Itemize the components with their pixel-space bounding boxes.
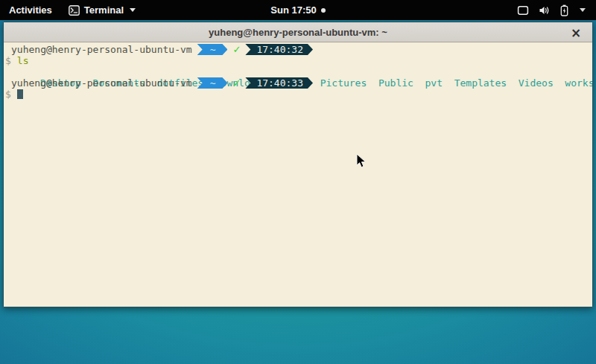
prompt-time-segment: 17:40:32 (245, 44, 313, 55)
clock-button[interactable]: Sun 17:50 (270, 4, 325, 16)
volume-icon (539, 5, 551, 16)
close-button[interactable]: × (567, 22, 585, 42)
notification-dot (321, 8, 326, 13)
window-title: yuheng@henry-personal-ubuntu-vm: ~ (209, 27, 387, 38)
prompt-user-host: yuheng@henry-personal-ubuntu-vm (5, 77, 192, 89)
prompt-user-host: yuheng@henry-personal-ubuntu-vm (5, 44, 192, 55)
typed-command: ls (17, 55, 29, 66)
chevron-down-icon (580, 8, 586, 12)
window-titlebar[interactable]: yuheng@henry-personal-ubuntu-vm: ~ × (4, 22, 592, 42)
command-line: $ ls (5, 55, 591, 66)
terminal-window: yuheng@henry-personal-ubuntu-vm: ~ × yuh… (3, 22, 593, 307)
shell-prompt-symbol: $ (5, 55, 11, 66)
display-icon (517, 5, 529, 16)
battery-charging-icon (560, 4, 568, 16)
terminal-app-icon (69, 5, 80, 16)
status-check-icon: ✓ (232, 44, 241, 55)
prompt-path-segment: ~ (197, 44, 228, 55)
app-menu-label: Terminal (84, 4, 124, 16)
ls-output-line: Desktop Documents dotfiles Downloads Mus… (5, 66, 591, 77)
text-cursor (17, 89, 23, 99)
prompt-time-segment: 17:40:33 (245, 77, 313, 89)
input-line: $ (5, 89, 591, 100)
terminal-screen[interactable]: yuheng@henry-personal-ubuntu-vm ~ ✓ 17:4… (4, 42, 592, 307)
prompt-line-1: yuheng@henry-personal-ubuntu-vm ~ ✓ 17:4… (5, 44, 591, 55)
activities-button[interactable]: Activities (0, 0, 61, 20)
app-menu-button[interactable]: Terminal (61, 0, 143, 20)
top-bar: Activities Terminal Sun 17:50 (0, 0, 596, 20)
status-check-icon: ✓ (232, 77, 241, 89)
shell-prompt-symbol: $ (5, 89, 11, 100)
system-tray-button[interactable] (511, 0, 592, 20)
chevron-down-icon (130, 8, 136, 12)
clock-label: Sun 17:50 (270, 4, 316, 16)
